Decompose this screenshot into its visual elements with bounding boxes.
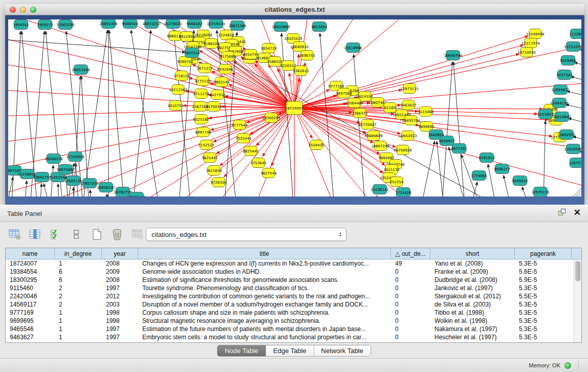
table-row[interactable]: 1830029562008Estimation of significance … — [6, 276, 581, 284]
network-node[interactable]: 12973115 — [400, 84, 419, 94]
network-node[interactable]: 6791913 — [478, 153, 494, 163]
network-node[interactable]: 17403290 — [56, 20, 75, 30]
network-node[interactable]: 1654719 — [260, 43, 276, 53]
network-node[interactable]: 9825447 — [243, 146, 258, 156]
network-node[interactable]: 9177544 — [231, 120, 248, 130]
table-row[interactable]: 2242004622012Investigating the contribut… — [6, 292, 581, 300]
select-rows-icon[interactable] — [48, 226, 63, 243]
network-node[interactable]: 17359928 — [66, 152, 84, 162]
tab-edge-table[interactable]: Edge Table — [266, 345, 314, 356]
network-node[interactable]: 18724007 — [285, 101, 303, 115]
network-node[interactable]: 1810755 — [167, 101, 183, 111]
network-node[interactable]: 4275120 — [194, 76, 210, 86]
network-canvas[interactable]: 2224818127544116547191861263886012389129… — [8, 19, 581, 196]
network-node[interactable]: 12213383 — [169, 85, 187, 95]
network-node[interactable]: 2671217 — [197, 63, 212, 73]
network-node[interactable]: 2803144 — [213, 77, 230, 87]
network-node[interactable]: 9170041 — [206, 102, 222, 112]
network-node[interactable]: 7525441 — [235, 134, 251, 143]
network-node[interactable]: 9463627 — [400, 100, 416, 110]
network-node[interactable]: 1167533 — [569, 158, 581, 168]
network-node[interactable]: 17016504 — [564, 144, 581, 154]
network-node[interactable]: 9711273 — [193, 89, 209, 99]
network-node[interactable]: 20053346 — [72, 65, 90, 75]
network-node[interactable]: 8525160 — [193, 115, 209, 124]
table-settings-icon[interactable] — [7, 226, 23, 243]
network-node[interactable]: 1774065 — [471, 171, 487, 181]
network-node[interactable]: 8427552 — [209, 90, 225, 100]
table-row[interactable]: 1872400712008Changes of HCN gene express… — [6, 259, 581, 268]
tab-network-table[interactable]: Network Table — [314, 345, 371, 356]
table-row[interactable]: 977716911998Corpus callosum shape and si… — [6, 309, 581, 317]
network-node[interactable]: 19734934 — [517, 48, 536, 57]
network-node[interactable]: 9175685 — [220, 52, 235, 61]
network-node[interactable]: 16671385 — [228, 21, 247, 31]
memory-status-label[interactable]: Memory: OK — [529, 362, 560, 368]
network-node[interactable]: 9497568 — [336, 89, 352, 98]
network-node[interactable]: 7152522 — [198, 140, 214, 150]
network-node[interactable]: 16653257 — [142, 19, 161, 29]
tab-node-table[interactable]: Node Table — [217, 345, 266, 356]
network-node[interactable]: 1733426 — [395, 188, 411, 197]
column-header-name[interactable]: name — [6, 248, 55, 259]
network-node[interactable]: 16033809 — [272, 22, 290, 32]
network-node[interactable]: 15692931 — [557, 130, 576, 140]
network-node[interactable]: 8242848 — [217, 64, 233, 74]
network-node[interactable]: 12923446 — [127, 192, 146, 197]
network-node[interactable]: 12505125 — [64, 176, 82, 186]
column-header-title[interactable]: title — [138, 248, 391, 259]
table-select-dropdown[interactable]: citations_edges.txt ▲▼ — [146, 228, 346, 241]
network-node[interactable]: 8938923 — [439, 136, 454, 146]
network-node[interactable]: 9227343 — [556, 70, 572, 80]
network-node[interactable]: 252254 — [390, 177, 404, 187]
close-panel-icon[interactable]: ✕ — [574, 209, 581, 217]
vertical-scrollbar[interactable] — [574, 259, 581, 342]
network-node[interactable]: 17957255 — [80, 179, 99, 188]
table-row[interactable]: 946554611997Estimation of the future num… — [6, 325, 581, 333]
network-node[interactable]: 1558455 — [308, 140, 324, 150]
new-column-icon[interactable] — [89, 226, 104, 243]
network-node[interactable]: 9390701 — [177, 57, 193, 67]
network-node[interactable]: 12970135 — [531, 187, 550, 197]
network-node[interactable]: 9466162 — [186, 19, 202, 29]
network-node[interactable]: 12093832 — [551, 85, 570, 95]
network-node[interactable]: 20691406 — [99, 19, 118, 29]
split-view-icon[interactable] — [69, 226, 84, 243]
scrollbar-thumb[interactable] — [575, 261, 580, 281]
network-node[interactable]: 12217974 — [521, 38, 540, 48]
network-node[interactable]: 10719144 — [207, 19, 225, 29]
column-header-out_de[interactable]: △ out_de... — [391, 248, 430, 259]
table-row[interactable]: 969969511998Structural magnetic resonanc… — [6, 317, 581, 325]
network-node[interactable]: 11548408 — [526, 29, 545, 39]
table-row[interactable]: 1456911722003Disruption of a novel membe… — [6, 300, 581, 309]
window-titlebar[interactable]: citations_edges.txt — [5, 4, 584, 15]
network-node[interactable]: 6877191 — [451, 144, 467, 154]
network-node[interactable]: 9115460 — [418, 107, 433, 117]
network-node[interactable]: 16210643 — [553, 112, 571, 122]
network-node[interactable]: 2718126 — [173, 71, 190, 81]
network-node[interactable]: 9506544 — [122, 19, 138, 29]
network-node[interactable]: 15136141 — [371, 185, 389, 194]
network-node[interactable]: 9726354 — [210, 178, 227, 187]
network-node[interactable]: 1112853 — [569, 29, 581, 39]
memory-status-icon[interactable] — [564, 362, 571, 369]
network-node[interactable]: 9245012 — [512, 176, 528, 186]
network-node[interactable]: 9329966 — [560, 56, 576, 65]
network-node[interactable]: 16756928 — [394, 145, 412, 155]
network-node[interactable]: 8997746 — [195, 127, 211, 137]
network-node[interactable]: 7857224 — [184, 48, 200, 58]
network-node[interactable]: 20206576 — [45, 154, 63, 164]
network-node[interactable]: 30975887 — [56, 165, 75, 174]
column-visibility-icon[interactable] — [28, 226, 43, 243]
float-panel-icon[interactable] — [558, 209, 567, 217]
network-node[interactable]: 15751074 — [564, 42, 581, 52]
network-node[interactable]: 1696741 — [299, 51, 315, 60]
table-row[interactable]: 946362711997Embryonic stem cells: a mode… — [6, 333, 581, 341]
network-node[interactable]: 16648784 — [444, 51, 462, 60]
network-node[interactable]: 15720407 — [358, 120, 377, 129]
column-header-pagerank[interactable]: pagerank — [515, 248, 572, 259]
network-node[interactable]: 10654923 — [399, 131, 417, 141]
canvas-resize-grip[interactable] — [573, 188, 581, 196]
network-node[interactable]: 18807249 — [371, 141, 389, 151]
network-node[interactable]: 2367161 — [192, 102, 208, 112]
